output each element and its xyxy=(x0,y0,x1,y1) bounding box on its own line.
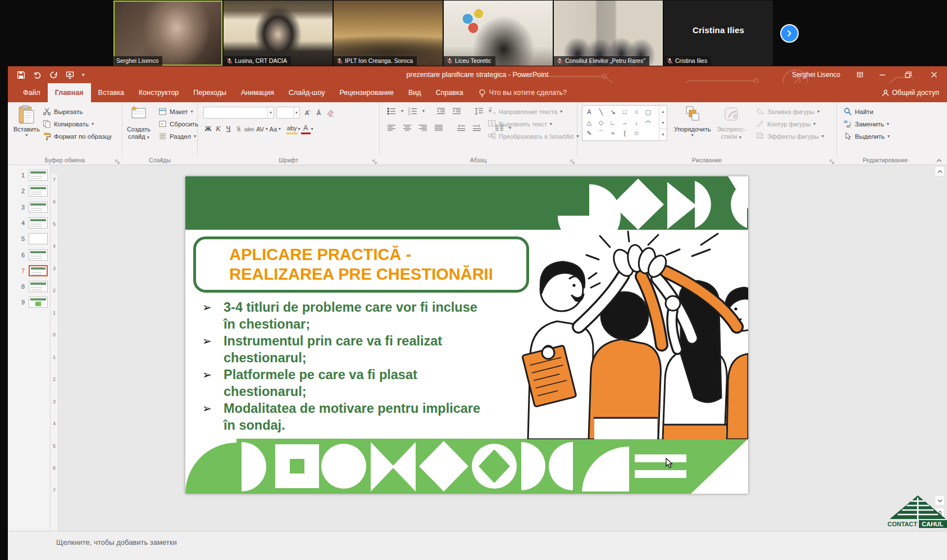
reset-button[interactable]: Сбросить xyxy=(158,120,198,128)
slide-thumbnail-3[interactable]: 3 xyxy=(8,200,50,215)
slide-thumbnail-7[interactable]: 7 xyxy=(8,263,50,278)
shape-effects-button[interactable]: Эффекты фигуры▾ xyxy=(756,132,824,140)
convert-smartart-button[interactable]: Преобразовать в SmartArt▾ xyxy=(488,132,579,140)
tab-главная[interactable]: Главная xyxy=(48,83,91,102)
text-direction-button[interactable]: Направление текста▾ xyxy=(488,107,579,116)
ribbon-display-options-button[interactable] xyxy=(850,66,869,83)
increase-indent-button[interactable] xyxy=(452,107,461,115)
restore-button[interactable] xyxy=(895,66,921,83)
tell-me-box[interactable]: Что вы хотите сделать? xyxy=(471,83,575,102)
slide-title-box[interactable]: APLICARE PRACTICĂ -REALIZAREA PRE CHESTI… xyxy=(193,236,529,293)
clipboard-dialog-launcher[interactable] xyxy=(115,157,120,162)
close-button[interactable] xyxy=(921,66,947,83)
shape-glyph[interactable]: ∟ xyxy=(609,117,617,128)
paste-button[interactable]: Вставить ▾ xyxy=(13,105,40,138)
font-color-button[interactable]: А xyxy=(301,124,311,134)
select-button[interactable]: Выделить▾ xyxy=(844,132,890,140)
font-dialog-launcher[interactable] xyxy=(372,157,377,162)
font-name-combobox[interactable]: ▾ xyxy=(203,107,274,119)
qat-customize-icon[interactable]: ▾ xyxy=(82,72,85,78)
rtl-button[interactable] xyxy=(472,124,481,132)
slide-thumbnail-4[interactable]: 4 xyxy=(8,216,50,230)
copy-button[interactable]: Копировать▾ xyxy=(43,120,112,128)
shapes-gallery[interactable]: A╲↘□○▢△◇∟→↓◠✎⌒≈{☆ ▲▼▼ xyxy=(582,105,667,141)
participant-tile[interactable]: Lusina, CRT DACIA xyxy=(224,1,333,66)
tab-файл[interactable]: Файл xyxy=(16,83,48,102)
replace-button[interactable]: abacЗаменить▾ xyxy=(844,120,890,128)
new-slide-button[interactable]: Создать слайд ▾ xyxy=(127,105,151,140)
tab-справка[interactable]: Справка xyxy=(429,83,471,102)
ltr-button[interactable] xyxy=(457,124,466,132)
numbering-button[interactable]: 123 xyxy=(408,107,417,115)
shape-glyph[interactable]: A xyxy=(585,107,593,117)
shape-glyph[interactable]: ↘ xyxy=(609,107,617,117)
align-right-button[interactable] xyxy=(418,124,427,132)
slide-thumbnail-panel[interactable]: 123456789 xyxy=(8,165,51,531)
slide-thumbnail-5[interactable]: 5 xyxy=(8,231,50,246)
format-painter-button[interactable]: Формат по образцу xyxy=(43,132,112,140)
slide-thumbnail-6[interactable]: 6 xyxy=(8,248,50,262)
next-participants-button[interactable] xyxy=(780,24,799,43)
participant-tile[interactable]: Serghei Lisenco xyxy=(113,1,222,66)
shape-glyph[interactable]: ○ xyxy=(632,107,640,117)
cut-button[interactable]: Вырезать xyxy=(43,107,112,116)
collapse-ribbon-button[interactable] xyxy=(936,156,943,163)
tab-переходы[interactable]: Переходы xyxy=(186,83,234,102)
scroll-up-icon[interactable] xyxy=(935,166,945,176)
minimize-button[interactable] xyxy=(869,66,895,83)
notes-pane[interactable]: Щелкните, чтобы добавить заметки xyxy=(8,531,947,560)
shape-glyph[interactable]: ✎ xyxy=(585,128,593,139)
strikethrough-button[interactable]: abc xyxy=(244,124,255,134)
align-text-button[interactable]: Выровнять текст▾ xyxy=(488,120,579,128)
undo-icon[interactable] xyxy=(33,71,42,79)
tab-рецензирование[interactable]: Рецензирование xyxy=(332,83,401,102)
underline-button[interactable]: Ч xyxy=(224,124,233,134)
slide-canvas[interactable]: APLICARE PRACTICĂ -REALIZAREA PRE CHESTI… xyxy=(185,176,748,494)
arrange-button[interactable]: Упорядочить ▾ xyxy=(674,105,711,138)
clear-formatting-button[interactable] xyxy=(326,107,335,118)
bullets-button[interactable] xyxy=(387,107,396,115)
align-center-button[interactable] xyxy=(403,124,412,132)
shape-glyph[interactable]: ◇ xyxy=(597,117,605,128)
highlight-color-button[interactable]: aby xyxy=(286,124,298,134)
shape-glyph[interactable]: ≈ xyxy=(609,128,617,139)
vertical-ruler[interactable]: 765432101234567 xyxy=(51,174,58,531)
line-spacing-button[interactable] xyxy=(475,107,484,115)
decrease-indent-button[interactable] xyxy=(436,107,445,115)
save-icon[interactable] xyxy=(17,71,25,79)
start-slideshow-icon[interactable] xyxy=(66,71,74,79)
slide-body-text[interactable]: ➢3-4 titluri de probleme care vor fi inc… xyxy=(197,299,520,434)
shape-glyph[interactable]: ◠ xyxy=(644,117,652,128)
slide-thumbnail-8[interactable]: 8 xyxy=(8,279,50,294)
slide-thumbnail-1[interactable]: 1 xyxy=(8,168,50,183)
bold-button[interactable]: Ж xyxy=(203,124,213,134)
layout-button[interactable]: Макет▾ xyxy=(158,107,198,116)
italic-button[interactable]: К xyxy=(213,124,223,134)
redo-icon[interactable] xyxy=(49,71,58,79)
shape-glyph[interactable]: ☆ xyxy=(632,128,640,139)
tab-вставка[interactable]: Вставка xyxy=(91,83,131,102)
slide-thumbnail-2[interactable]: 2 xyxy=(8,184,50,198)
slide-scrollbar[interactable] xyxy=(935,165,945,531)
quick-styles-button[interactable]: Экспресс- стили ▾ xyxy=(717,105,745,140)
shape-glyph[interactable]: □ xyxy=(621,107,629,117)
participant-tile[interactable]: IPLT Ion Creanga. Soroca xyxy=(334,1,443,66)
shape-fill-button[interactable]: Заливка фигуры▾ xyxy=(756,107,824,116)
shapes-gallery-scrollbar[interactable]: ▲▼▼ xyxy=(659,106,667,140)
share-button[interactable]: Общий доступ xyxy=(882,83,939,102)
participant-tile[interactable]: Cristina IliesCristina Ilies xyxy=(664,1,773,66)
shape-glyph[interactable]: △ xyxy=(585,117,593,128)
section-button[interactable]: Раздел▾ xyxy=(158,132,198,140)
slide-thumbnail-9[interactable]: 9 xyxy=(8,295,50,309)
tab-слайд-шоу[interactable]: Слайд-шоу xyxy=(281,83,333,102)
shape-glyph[interactable]: ▢ xyxy=(644,107,652,117)
shape-outline-button[interactable]: Контур фигуры▾ xyxy=(756,120,824,128)
justify-button[interactable] xyxy=(434,124,443,132)
tab-вид[interactable]: Вид xyxy=(401,83,429,102)
change-case-button[interactable]: Аа xyxy=(268,124,278,134)
shape-glyph[interactable]: ⌒ xyxy=(597,128,605,139)
align-left-button[interactable] xyxy=(387,124,396,132)
tab-конструктор[interactable]: Конструктор xyxy=(131,83,186,102)
shape-glyph[interactable]: ╲ xyxy=(597,107,605,117)
participant-tile[interactable]: Liceu Teoretic xyxy=(444,1,553,66)
